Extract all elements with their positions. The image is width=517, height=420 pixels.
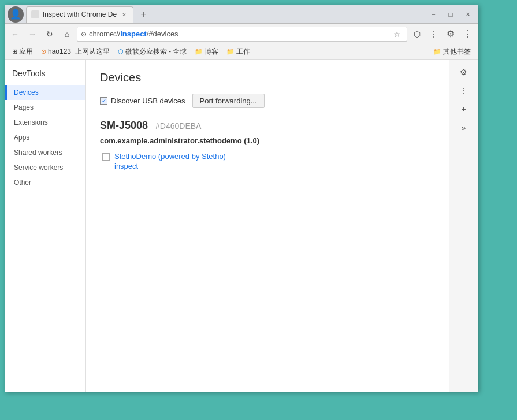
bookmark-blog[interactable]: 📁 博客 — [191, 46, 222, 58]
right-panel-overflow-btn[interactable]: » — [453, 120, 474, 136]
discover-usb-checkbox[interactable] — [100, 97, 107, 105]
devtools-title: DevTools — [5, 64, 85, 83]
url-path: /#devices — [147, 29, 178, 38]
webview-checkbox[interactable] — [102, 153, 110, 161]
device-id: #D460DEBA — [155, 121, 201, 131]
bookmark-apps-label: 应用 — [19, 47, 33, 57]
bookmark-other[interactable]: 📁 其他书签 — [430, 46, 474, 58]
bookmark-apps[interactable]: ⊞ 应用 — [9, 46, 36, 58]
sidebar-item-service-workers[interactable]: Service workers — [5, 160, 85, 175]
sidebar-extensions-label: Extensions — [14, 118, 48, 127]
device-name-text: SM-J5008 — [100, 120, 148, 131]
bookmark-hao123-label: hao123_上网从这里 — [48, 47, 110, 57]
sidebar: DevTools Devices Pages Extensions Apps S… — [5, 60, 86, 392]
title-bar: 👤 Inspect with Chrome De × + − □ × — [5, 5, 478, 24]
sidebar-shared-workers-label: Shared workers — [14, 148, 62, 157]
hao123-icon: ⊙ — [41, 48, 46, 55]
maximize-button[interactable]: □ — [443, 9, 458, 20]
work-folder-icon: 📁 — [226, 48, 235, 55]
webview-row: StethoDemo (powered by Stetho) inspect — [102, 152, 435, 170]
toolbar-icons: ⬡ ⋮ — [410, 27, 441, 42]
bookmark-work[interactable]: 📁 工作 — [223, 46, 254, 58]
extensions-button[interactable]: ⬡ — [410, 27, 425, 42]
sidebar-item-pages[interactable]: Pages — [5, 100, 85, 115]
menu-button[interactable]: ⋮ — [426, 27, 441, 42]
blog-folder-icon: 📁 — [195, 48, 203, 55]
bookmarks-bar: ⊞ 应用 ⊙ hao123_上网从这里 ⬡ 微软必应搜索 - 全球 📁 博客 📁… — [5, 44, 478, 60]
discover-usb-label[interactable]: Discover USB devices — [100, 96, 185, 105]
sidebar-item-other[interactable]: Other — [5, 175, 85, 190]
other-folder-icon: 📁 — [433, 48, 441, 55]
main-content: DevTools Devices Pages Extensions Apps S… — [5, 60, 478, 392]
inspect-link[interactable]: inspect — [114, 162, 226, 170]
right-panel: ⚙ ⋮ + » — [449, 60, 478, 392]
bookmark-other-label: 其他书签 — [443, 47, 471, 57]
right-panel-settings-btn[interactable]: ⚙ — [453, 64, 474, 80]
tab-title: Inspect with Chrome De — [43, 10, 117, 18]
lock-icon: ⊙ — [81, 30, 87, 38]
address-bar[interactable]: ⊙ chrome://inspect/#devices ☆ — [77, 27, 407, 42]
url-host: inspect — [120, 29, 147, 38]
webview-info: StethoDemo (powered by Stetho) inspect — [114, 152, 226, 170]
port-forwarding-button[interactable]: Port forwarding... — [192, 94, 265, 108]
page-content: Devices Discover USB devices Port forwar… — [86, 60, 449, 392]
bing-icon: ⬡ — [118, 48, 124, 55]
bookmark-star-button[interactable]: ☆ — [390, 28, 403, 40]
new-tab-button[interactable]: + — [136, 7, 151, 22]
sidebar-item-apps[interactable]: Apps — [5, 130, 85, 145]
sidebar-devices-label: Devices — [14, 88, 39, 96]
apps-grid-icon: ⊞ — [12, 48, 17, 55]
sidebar-item-shared-workers[interactable]: Shared workers — [5, 145, 85, 160]
toolbar: ← → ↻ ⌂ ⊙ chrome://inspect/#devices ☆ ⬡ … — [5, 24, 478, 44]
address-text: chrome://inspect/#devices — [89, 29, 388, 38]
app-name: com.example.administrator.stethodemo (1.… — [100, 136, 435, 145]
tab-close-button[interactable]: × — [120, 10, 128, 18]
sidebar-apps-label: Apps — [14, 133, 29, 142]
browser-tab[interactable]: Inspect with Chrome De × — [26, 6, 133, 23]
devtools-settings-button[interactable]: ⚙ — [443, 27, 458, 42]
url-scheme: chrome:// — [89, 29, 120, 38]
page-title: Devices — [100, 71, 435, 84]
bookmark-hao123[interactable]: ⊙ hao123_上网从这里 — [38, 46, 113, 58]
browser-window: 👤 Inspect with Chrome De × + − □ × ← → ↻… — [5, 5, 478, 392]
reload-button[interactable]: ↻ — [42, 27, 57, 42]
window-controls: − □ × — [426, 9, 475, 20]
sidebar-service-workers-label: Service workers — [14, 163, 63, 172]
close-button[interactable]: × — [460, 9, 475, 20]
devtools-more-button[interactable]: ⋮ — [460, 27, 475, 42]
profile-icon[interactable]: 👤 — [8, 6, 24, 23]
forward-button[interactable]: → — [25, 27, 40, 42]
device-name: SM-J5008 #D460DEBA — [100, 120, 435, 132]
back-button[interactable]: ← — [8, 27, 23, 42]
right-panel-more-btn[interactable]: ⋮ — [453, 83, 474, 99]
discover-row: Discover USB devices Port forwarding... — [100, 94, 435, 108]
sidebar-pages-label: Pages — [14, 103, 34, 111]
bookmark-work-label: 工作 — [236, 47, 250, 57]
sidebar-other-label: Other — [14, 179, 31, 187]
discover-usb-text: Discover USB devices — [111, 96, 185, 105]
bookmark-bing-label: 微软必应搜索 - 全球 — [125, 47, 187, 57]
sidebar-item-extensions[interactable]: Extensions — [5, 115, 85, 130]
home-button[interactable]: ⌂ — [59, 27, 75, 42]
sidebar-item-devices[interactable]: Devices — [5, 85, 85, 100]
right-panel-add-btn[interactable]: + — [453, 101, 474, 117]
minimize-button[interactable]: − — [426, 9, 441, 20]
bookmark-blog-label: 博客 — [204, 47, 218, 57]
bookmark-bing[interactable]: ⬡ 微软必应搜索 - 全球 — [114, 46, 191, 58]
webview-title-link[interactable]: StethoDemo (powered by Stetho) — [114, 152, 226, 161]
tab-favicon — [31, 10, 39, 18]
